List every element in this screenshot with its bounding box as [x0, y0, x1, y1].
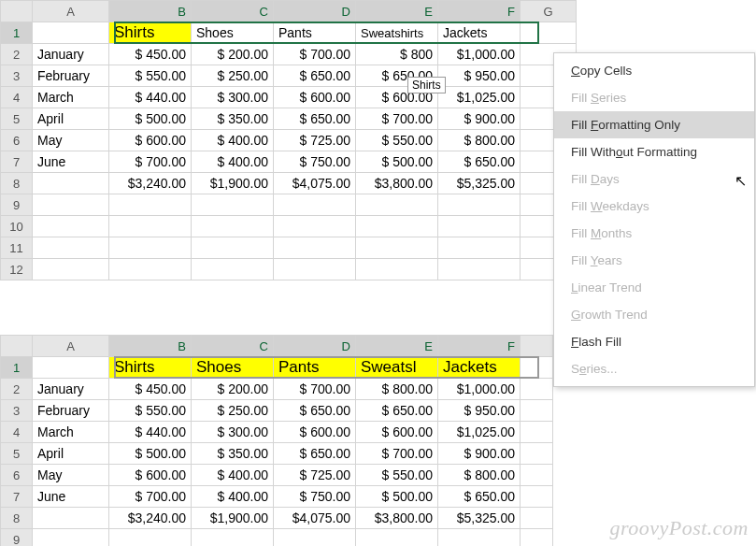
row-header-8[interactable]: 8 — [1, 508, 33, 529]
cell-header[interactable]: Jackets — [438, 22, 521, 44]
cell[interactable]: $ 440.00 — [109, 422, 192, 443]
cell[interactable]: $ 650.00 — [274, 108, 356, 130]
cell[interactable]: $ 725.00 — [274, 130, 356, 151]
cell[interactable]: $ 550.00 — [356, 130, 438, 151]
cell[interactable]: $ 400.00 — [192, 151, 274, 173]
cell[interactable]: $ 250.00 — [192, 400, 274, 422]
cell[interactable]: $ 400.00 — [192, 486, 274, 508]
cell-total[interactable]: $1,900.00 — [192, 508, 274, 529]
cell[interactable] — [33, 173, 109, 194]
row-header-3[interactable]: 3 — [1, 65, 33, 87]
menu-item-copy-cells[interactable]: Copy Cells — [554, 57, 754, 84]
cell[interactable]: $ 400.00 — [192, 130, 274, 151]
cell[interactable]: $ 550.00 — [356, 465, 438, 486]
cell-month[interactable]: February — [33, 65, 109, 87]
cell-month[interactable]: June — [33, 486, 109, 508]
menu-item-fill-without-formatting[interactable]: Fill Without Formatting — [554, 138, 754, 165]
row-header-1[interactable]: 1 — [1, 357, 33, 379]
cell[interactable]: $ 650.00 — [356, 400, 438, 422]
spreadsheet-top[interactable]: A B C D E F G 1ShirtsShoesPantsSweatshir… — [0, 0, 577, 280]
cell[interactable]: $ 700.00 — [274, 379, 356, 400]
cell-total[interactable]: $3,240.00 — [109, 508, 192, 529]
cell-total[interactable]: $1,900.00 — [192, 173, 274, 194]
row-header-12[interactable]: 12 — [1, 259, 33, 280]
col-header-E[interactable]: E — [356, 1, 438, 22]
row-header-5[interactable]: 5 — [1, 443, 33, 465]
cell[interactable]: $ 500.00 — [356, 151, 438, 173]
select-all-corner[interactable] — [1, 1, 33, 22]
cell[interactable]: $ 450.00 — [109, 44, 192, 65]
cell[interactable]: $ 700.00 — [356, 108, 438, 130]
col-header-A[interactable]: A — [33, 336, 109, 357]
cell[interactable]: $ 600.00 — [274, 422, 356, 443]
cell-header[interactable]: Sweatsl — [356, 357, 438, 379]
cell-month[interactable]: January — [33, 44, 109, 65]
cell-header[interactable]: Shoes — [192, 22, 274, 44]
row-header-7[interactable]: 7 — [1, 151, 33, 173]
cell[interactable]: $ 350.00 — [192, 108, 274, 130]
cell-header[interactable]: Shirts — [109, 357, 192, 379]
cell-month[interactable]: April — [33, 108, 109, 130]
cell-total[interactable]: $3,240.00 — [109, 173, 192, 194]
cell[interactable]: $1,025.00 — [438, 422, 521, 443]
cell-month[interactable]: March — [33, 87, 109, 108]
col-header-blank[interactable] — [521, 336, 553, 357]
row-header-10[interactable]: 10 — [1, 216, 33, 237]
cell-total[interactable]: $3,800.00 — [356, 508, 438, 529]
cell[interactable]: $ 650.00 — [274, 65, 356, 87]
cell[interactable] — [521, 22, 577, 44]
row-header-9[interactable]: 9 — [1, 529, 33, 547]
cell[interactable]: $ 800.00 — [438, 465, 521, 486]
cell-header[interactable]: Shoes — [192, 357, 274, 379]
cell[interactable]: $ 725.00 — [274, 465, 356, 486]
cell[interactable]: $ 200.00 — [192, 379, 274, 400]
select-all-corner[interactable] — [1, 336, 33, 357]
col-header-E[interactable]: E — [356, 336, 438, 357]
cell-month[interactable]: April — [33, 443, 109, 465]
cell[interactable] — [33, 22, 109, 44]
col-header-C[interactable]: C — [192, 1, 274, 22]
cell-total[interactable]: $3,800.00 — [356, 173, 438, 194]
cell[interactable]: $ 650.00 — [274, 400, 356, 422]
cell[interactable]: $1,000.00 — [438, 379, 521, 400]
row-header-3[interactable]: 3 — [1, 400, 33, 422]
col-header-D[interactable]: D — [274, 336, 356, 357]
spreadsheet-bottom[interactable]: A B C D E F 1ShirtsShoesPantsSweatslJack… — [0, 335, 553, 546]
cell[interactable]: $ 600.00 — [274, 87, 356, 108]
col-header-C[interactable]: C — [192, 336, 274, 357]
cell[interactable]: $1,000.00 — [438, 44, 521, 65]
cell-month[interactable]: June — [33, 151, 109, 173]
cell-total[interactable]: $5,325.00 — [438, 173, 521, 194]
col-header-F[interactable]: F — [438, 1, 521, 22]
menu-item-flash-fill[interactable]: Flash Fill — [554, 328, 754, 355]
cell[interactable]: $ 400.00 — [192, 465, 274, 486]
row-header-5[interactable]: 5 — [1, 108, 33, 130]
cell[interactable]: $ 900.00 — [438, 443, 521, 465]
row-header-11[interactable]: 11 — [1, 237, 33, 259]
cell[interactable]: $ 750.00 — [274, 486, 356, 508]
col-header-B[interactable]: B — [109, 336, 192, 357]
row-header-7[interactable]: 7 — [1, 486, 33, 508]
cell-month[interactable]: March — [33, 422, 109, 443]
cell[interactable]: $ 800 — [356, 44, 438, 65]
cell[interactable]: $ 750.00 — [274, 151, 356, 173]
cell[interactable]: $ 600.00 — [109, 130, 192, 151]
cell-month[interactable]: May — [33, 130, 109, 151]
cell-total[interactable]: $4,075.00 — [274, 508, 356, 529]
row-header-6[interactable]: 6 — [1, 130, 33, 151]
row-header-6[interactable]: 6 — [1, 465, 33, 486]
cell[interactable]: $ 450.00 — [109, 379, 192, 400]
cell[interactable]: $ 550.00 — [109, 65, 192, 87]
cell[interactable]: $ 550.00 — [109, 400, 192, 422]
row-header-4[interactable]: 4 — [1, 87, 33, 108]
cell[interactable]: $ 950.00 — [438, 65, 521, 87]
cell[interactable]: $ 440.00 — [109, 87, 192, 108]
cell-month[interactable]: May — [33, 465, 109, 486]
menu-item-fill-formatting-only[interactable]: Fill Formatting Only — [554, 111, 754, 138]
cell[interactable]: $ 650.00 — [438, 151, 521, 173]
cell[interactable]: $ 700.00 — [109, 151, 192, 173]
cell[interactable]: $ 600.00 — [356, 422, 438, 443]
cell[interactable]: $ 500.00 — [356, 486, 438, 508]
cell[interactable]: $ 500.00 — [109, 108, 192, 130]
col-header-B[interactable]: B — [109, 1, 192, 22]
